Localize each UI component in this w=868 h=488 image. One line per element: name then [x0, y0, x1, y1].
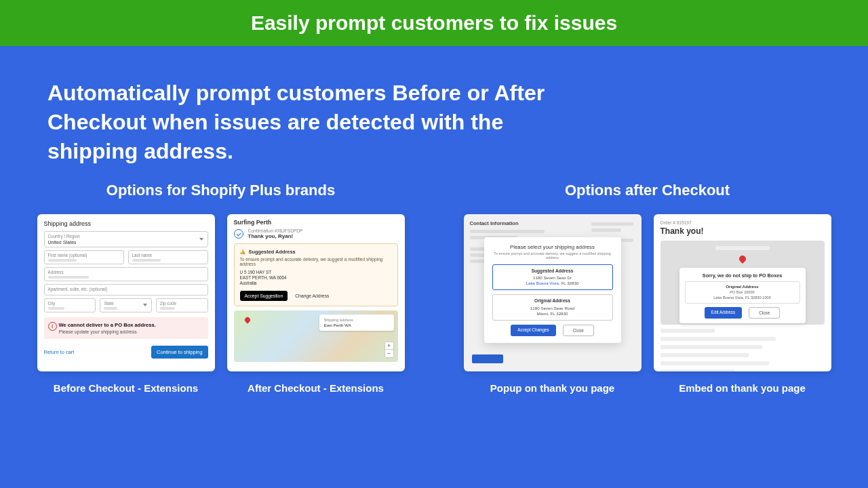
- edit-address-button[interactable]: Edit Address: [705, 307, 742, 319]
- panel-popup: Contact Information Please select your: [464, 214, 642, 371]
- original-option[interactable]: Original Address 1180 Seven Seas Road Mi…: [492, 294, 613, 321]
- column-shopify-plus: Options for Shopify Plus brands Shipping…: [37, 182, 405, 394]
- map-zoom[interactable]: +−: [384, 342, 394, 358]
- po-box-warning: We cannot deliver to a PO Box address. P…: [44, 317, 208, 339]
- accept-suggestion-button[interactable]: Accept Suggestion: [240, 291, 288, 301]
- card-embed-thankyou: Order # 015197 Thank you! Sorry, we do n…: [654, 214, 831, 394]
- warning-icon: [240, 249, 245, 254]
- close-button[interactable]: Close: [749, 307, 780, 319]
- right-column-title: Options after Checkout: [463, 182, 831, 199]
- country-select[interactable]: Country / Region United States: [44, 231, 208, 247]
- caption: After Checkout - Extensions: [248, 382, 384, 394]
- card-before-checkout: Shipping address Country / Region United…: [37, 214, 215, 394]
- suggested-address-box: Suggested Address To ensure prompt and a…: [234, 243, 398, 307]
- panel-embed: Order # 015197 Thank you! Sorry, we do n…: [654, 214, 831, 371]
- marketing-slide: Easily prompt customers to fix issues Au…: [0, 0, 868, 488]
- checkmark-icon: [234, 229, 243, 239]
- suggested-option[interactable]: Suggested Address 1180 Seven Seas Dr Lak…: [492, 264, 613, 291]
- banner-title: Easily prompt customers to fix issues: [251, 12, 617, 35]
- map-preview: Shipping address East Perth WA +−: [234, 310, 398, 362]
- address-field[interactable]: Address: [44, 267, 208, 281]
- close-button[interactable]: Close: [563, 325, 594, 336]
- map-pin-icon: [737, 253, 747, 263]
- change-address-button[interactable]: Change Address: [292, 291, 332, 301]
- columns: Options for Shopify Plus brands Shipping…: [0, 167, 868, 394]
- map-pin-icon: [243, 317, 251, 324]
- caption: Before Checkout - Extensions: [54, 382, 198, 394]
- zip-field[interactable]: Zip code: [156, 298, 208, 312]
- panel-suggested-address: Surfing Perth Confirmation #X8JFSDPDP Th…: [227, 214, 405, 371]
- left-column-title: Options for Shopify Plus brands: [37, 182, 405, 199]
- card-popup-thankyou: Contact Information Please select your: [464, 214, 642, 394]
- state-select[interactable]: State: [100, 298, 152, 312]
- map-embed: Sorry, we do not ship to PO Boxes Origin…: [660, 241, 825, 325]
- store-name: Surfing Perth: [227, 214, 405, 228]
- section-title: Shipping address: [44, 220, 208, 227]
- card-after-checkout: Surfing Perth Confirmation #X8JFSDPDP Th…: [227, 214, 405, 394]
- city-field[interactable]: City: [44, 298, 96, 312]
- address-modal: Please select your shipping address To e…: [484, 237, 621, 343]
- headline: Automatically prompt customers Before or…: [0, 46, 644, 167]
- accept-changes-button[interactable]: Accept Changes: [511, 325, 555, 336]
- ghost-button: [472, 354, 503, 363]
- top-banner: Easily prompt customers to fix issues: [0, 0, 868, 46]
- caption: Popup on thank you page: [490, 382, 614, 394]
- panel-shipping-form: Shipping address Country / Region United…: [37, 214, 215, 371]
- first-name-field[interactable]: First name (optional): [44, 250, 124, 264]
- return-to-cart-link[interactable]: Return to cart: [44, 349, 75, 355]
- continue-to-shipping-button[interactable]: Continue to shipping: [151, 346, 208, 359]
- column-after-checkout: Options after Checkout Contact Informati…: [463, 182, 831, 394]
- po-box-warning-card: Sorry, we do not ship to PO Boxes Origin…: [679, 268, 806, 323]
- caption: Embed on thank you page: [679, 382, 806, 394]
- map-address-card: Shipping address East Perth WA: [319, 314, 394, 331]
- apt-field[interactable]: Apartment, suite, etc. (optional): [44, 284, 208, 296]
- last-name-field[interactable]: Last name: [128, 250, 208, 264]
